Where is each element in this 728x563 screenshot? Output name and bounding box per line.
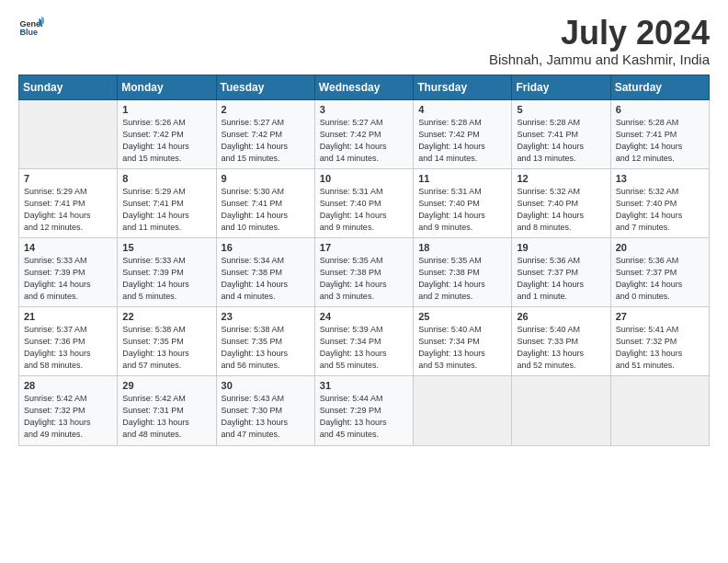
month-title: July 2024 [489,15,710,52]
day-info: Sunrise: 5:26 AM Sunset: 7:42 PM Dayligh… [122,117,210,165]
day-number: 5 [517,104,605,115]
day-number: 12 [517,173,605,184]
weekday-header-thursday: Thursday [414,75,512,99]
logo: General Blue [18,15,44,40]
calendar-cell: 28Sunrise: 5:42 AM Sunset: 7:32 PM Dayli… [19,376,118,445]
day-info: Sunrise: 5:38 AM Sunset: 7:35 PM Dayligh… [122,324,210,372]
day-number: 11 [418,173,506,184]
week-row-3: 14Sunrise: 5:33 AM Sunset: 7:39 PM Dayli… [19,237,710,306]
day-info: Sunrise: 5:40 AM Sunset: 7:34 PM Dayligh… [418,324,506,372]
day-number: 14 [24,242,112,253]
calendar-cell: 15Sunrise: 5:33 AM Sunset: 7:39 PM Dayli… [118,237,216,306]
calendar-cell: 27Sunrise: 5:41 AM Sunset: 7:32 PM Dayli… [610,307,709,376]
day-number: 31 [320,380,408,391]
day-number: 3 [320,104,408,115]
day-info: Sunrise: 5:28 AM Sunset: 7:41 PM Dayligh… [517,117,605,165]
calendar-cell: 1Sunrise: 5:26 AM Sunset: 7:42 PM Daylig… [118,99,216,168]
calendar-cell: 3Sunrise: 5:27 AM Sunset: 7:42 PM Daylig… [314,99,413,168]
calendar-cell: 22Sunrise: 5:38 AM Sunset: 7:35 PM Dayli… [118,307,216,376]
day-number: 24 [320,311,408,322]
day-number: 15 [122,242,210,253]
day-number: 28 [24,380,112,391]
calendar-cell: 23Sunrise: 5:38 AM Sunset: 7:35 PM Dayli… [216,307,314,376]
week-row-1: 1Sunrise: 5:26 AM Sunset: 7:42 PM Daylig… [19,99,710,168]
calendar-cell: 8Sunrise: 5:29 AM Sunset: 7:41 PM Daylig… [118,168,216,237]
calendar-cell: 29Sunrise: 5:42 AM Sunset: 7:31 PM Dayli… [118,376,216,445]
day-info: Sunrise: 5:35 AM Sunset: 7:38 PM Dayligh… [418,255,506,303]
calendar-cell [19,99,118,168]
day-info: Sunrise: 5:33 AM Sunset: 7:39 PM Dayligh… [122,255,210,303]
calendar-cell: 21Sunrise: 5:37 AM Sunset: 7:36 PM Dayli… [19,307,118,376]
day-info: Sunrise: 5:36 AM Sunset: 7:37 PM Dayligh… [517,255,605,303]
calendar-cell: 2Sunrise: 5:27 AM Sunset: 7:42 PM Daylig… [216,99,314,168]
calendar-cell: 18Sunrise: 5:35 AM Sunset: 7:38 PM Dayli… [414,237,512,306]
week-row-5: 28Sunrise: 5:42 AM Sunset: 7:32 PM Dayli… [19,376,710,445]
day-number: 22 [122,311,210,322]
calendar-body: 1Sunrise: 5:26 AM Sunset: 7:42 PM Daylig… [19,99,710,445]
calendar-cell [414,376,512,445]
day-info: Sunrise: 5:30 AM Sunset: 7:41 PM Dayligh… [222,186,310,234]
day-number: 6 [616,104,704,115]
weekday-header-row: SundayMondayTuesdayWednesdayThursdayFrid… [19,75,710,99]
day-number: 30 [222,380,310,391]
calendar-cell: 10Sunrise: 5:31 AM Sunset: 7:40 PM Dayli… [314,168,413,237]
day-info: Sunrise: 5:32 AM Sunset: 7:40 PM Dayligh… [517,186,605,234]
day-info: Sunrise: 5:36 AM Sunset: 7:37 PM Dayligh… [616,255,704,303]
weekday-header-friday: Friday [512,75,610,99]
calendar-cell: 30Sunrise: 5:43 AM Sunset: 7:30 PM Dayli… [216,376,314,445]
day-info: Sunrise: 5:28 AM Sunset: 7:42 PM Dayligh… [418,117,506,165]
title-block: July 2024 Bishnah, Jammu and Kashmir, In… [489,15,710,67]
logo-icon: General Blue [18,15,44,40]
calendar-cell: 19Sunrise: 5:36 AM Sunset: 7:37 PM Dayli… [512,237,610,306]
day-info: Sunrise: 5:31 AM Sunset: 7:40 PM Dayligh… [418,186,506,234]
day-info: Sunrise: 5:27 AM Sunset: 7:42 PM Dayligh… [222,117,310,165]
page-header: General Blue July 2024 Bishnah, Jammu an… [18,15,710,67]
calendar-cell: 14Sunrise: 5:33 AM Sunset: 7:39 PM Dayli… [19,237,118,306]
calendar-cell: 16Sunrise: 5:34 AM Sunset: 7:38 PM Dayli… [216,237,314,306]
day-info: Sunrise: 5:42 AM Sunset: 7:31 PM Dayligh… [122,393,210,441]
calendar-cell: 17Sunrise: 5:35 AM Sunset: 7:38 PM Dayli… [314,237,413,306]
day-number: 4 [418,104,506,115]
day-info: Sunrise: 5:38 AM Sunset: 7:35 PM Dayligh… [222,324,310,372]
day-info: Sunrise: 5:37 AM Sunset: 7:36 PM Dayligh… [24,324,112,372]
calendar-cell: 25Sunrise: 5:40 AM Sunset: 7:34 PM Dayli… [414,307,512,376]
day-number: 10 [320,173,408,184]
calendar-cell [512,376,610,445]
day-number: 29 [122,380,210,391]
day-info: Sunrise: 5:35 AM Sunset: 7:38 PM Dayligh… [320,255,408,303]
calendar-cell: 5Sunrise: 5:28 AM Sunset: 7:41 PM Daylig… [512,99,610,168]
day-number: 25 [418,311,506,322]
day-info: Sunrise: 5:32 AM Sunset: 7:40 PM Dayligh… [616,186,704,234]
calendar-cell: 4Sunrise: 5:28 AM Sunset: 7:42 PM Daylig… [414,99,512,168]
weekday-header-monday: Monday [118,75,216,99]
calendar-cell: 6Sunrise: 5:28 AM Sunset: 7:41 PM Daylig… [610,99,709,168]
day-number: 23 [222,311,310,322]
calendar-cell: 26Sunrise: 5:40 AM Sunset: 7:33 PM Dayli… [512,307,610,376]
day-info: Sunrise: 5:29 AM Sunset: 7:41 PM Dayligh… [122,186,210,234]
day-info: Sunrise: 5:43 AM Sunset: 7:30 PM Dayligh… [222,393,310,441]
location-title: Bishnah, Jammu and Kashmir, India [489,52,710,67]
day-number: 20 [616,242,704,253]
calendar-cell: 24Sunrise: 5:39 AM Sunset: 7:34 PM Dayli… [314,307,413,376]
calendar-cell: 12Sunrise: 5:32 AM Sunset: 7:40 PM Dayli… [512,168,610,237]
day-info: Sunrise: 5:31 AM Sunset: 7:40 PM Dayligh… [320,186,408,234]
week-row-4: 21Sunrise: 5:37 AM Sunset: 7:36 PM Dayli… [19,307,710,376]
day-info: Sunrise: 5:33 AM Sunset: 7:39 PM Dayligh… [24,255,112,303]
calendar-cell: 31Sunrise: 5:44 AM Sunset: 7:29 PM Dayli… [314,376,413,445]
day-number: 13 [616,173,704,184]
day-number: 9 [222,173,310,184]
calendar-cell: 9Sunrise: 5:30 AM Sunset: 7:41 PM Daylig… [216,168,314,237]
calendar-table: SundayMondayTuesdayWednesdayThursdayFrid… [18,75,710,446]
day-number: 7 [24,173,112,184]
svg-text:Blue: Blue [19,28,38,37]
day-info: Sunrise: 5:27 AM Sunset: 7:42 PM Dayligh… [320,117,408,165]
calendar-cell: 7Sunrise: 5:29 AM Sunset: 7:41 PM Daylig… [19,168,118,237]
day-number: 17 [320,242,408,253]
day-info: Sunrise: 5:29 AM Sunset: 7:41 PM Dayligh… [24,186,112,234]
day-info: Sunrise: 5:28 AM Sunset: 7:41 PM Dayligh… [616,117,704,165]
day-info: Sunrise: 5:44 AM Sunset: 7:29 PM Dayligh… [320,393,408,441]
day-number: 27 [616,311,704,322]
weekday-header-wednesday: Wednesday [314,75,413,99]
calendar-cell: 13Sunrise: 5:32 AM Sunset: 7:40 PM Dayli… [610,168,709,237]
calendar-cell [610,376,709,445]
